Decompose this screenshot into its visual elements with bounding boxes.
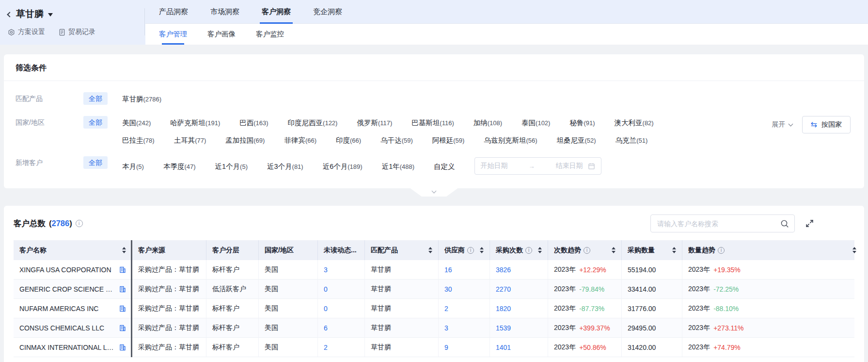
column-header-客户分层[interactable]: 客户分层	[206, 240, 259, 260]
customer-search-box[interactable]	[650, 214, 795, 232]
info-icon[interactable]: i	[76, 220, 83, 227]
filter-tag-近1个月[interactable]: 近1个月(5)	[215, 162, 248, 171]
company-icon[interactable]	[119, 266, 126, 273]
purchase-times-link[interactable]: 1401	[496, 344, 511, 351]
suppliers-count-link[interactable]: 3	[444, 324, 448, 332]
filter-tag-土耳其[interactable]: 土耳其(77)	[174, 136, 206, 145]
info-icon[interactable]: i	[525, 247, 532, 254]
suppliers-count-link[interactable]: 30	[444, 285, 452, 293]
new-customer-all-chip[interactable]: 全部	[83, 156, 108, 169]
purchase-times-cell: 1820	[490, 299, 548, 318]
main-tab-产品洞察[interactable]: 产品洞察	[159, 0, 188, 23]
sort-toggle[interactable]	[608, 247, 615, 253]
purchase-times-link[interactable]: 1539	[496, 324, 511, 332]
unread-count-link[interactable]: 6	[324, 324, 328, 332]
date-range-picker[interactable]: 开始日期→结束日期	[474, 157, 601, 175]
purchase-times-link[interactable]: 1820	[496, 305, 511, 313]
sort-toggle[interactable]	[849, 247, 856, 253]
filter-tag-本月[interactable]: 本月(5)	[122, 162, 144, 171]
unread-count-link[interactable]: 2	[324, 344, 328, 351]
filter-tag-草甘膦[interactable]: 草甘膦(2786)	[122, 95, 161, 104]
suppliers-count-link[interactable]: 2	[444, 305, 448, 313]
filter-tag-泰国[interactable]: 泰国(102)	[521, 118, 550, 128]
unread-count-link[interactable]: 0	[324, 285, 328, 293]
header-action-方案设置[interactable]: 方案设置	[8, 28, 45, 36]
expand-toggle[interactable]: 展开	[772, 120, 792, 129]
column-header-客户名称[interactable]: 客户名称	[14, 240, 132, 260]
filter-tag-坦桑尼亚[interactable]: 坦桑尼亚(52)	[557, 136, 596, 145]
customer-name[interactable]: CONSUS CHEMICALS LLC	[19, 324, 104, 332]
back-icon[interactable]	[7, 12, 12, 17]
customer-name[interactable]: NUFARM AMERICAS INC	[19, 305, 98, 313]
sort-toggle[interactable]	[534, 247, 542, 253]
header-action-贸易记录[interactable]: 贸易记录	[59, 28, 95, 36]
customer-name[interactable]: XINGFA USA CORPORATION	[19, 266, 111, 274]
filter-tag-近3个月[interactable]: 近3个月(81)	[267, 162, 303, 171]
suppliers-count-link[interactable]: 9	[444, 344, 448, 351]
filter-tag-秘鲁[interactable]: 秘鲁(91)	[569, 118, 595, 128]
filter-tag-巴拉圭[interactable]: 巴拉圭(78)	[122, 136, 155, 145]
filter-tag-澳大利亚[interactable]: 澳大利亚(82)	[615, 118, 654, 128]
sub-tab-客户画像[interactable]: 客户画像	[207, 24, 236, 45]
collapse-filters-tab[interactable]	[410, 188, 458, 197]
customer-search-input[interactable]	[656, 219, 780, 228]
company-icon[interactable]	[119, 305, 126, 312]
sub-tab-客户管理[interactable]: 客户管理	[159, 24, 187, 45]
main-tab-竞企洞察[interactable]: 竞企洞察	[313, 0, 342, 23]
column-header-未读动态...[interactable]: 未读动态...	[318, 240, 365, 260]
column-header-数量趋势[interactable]: 数量趋势i	[682, 240, 862, 260]
column-header-匹配产品[interactable]: 匹配产品	[365, 240, 439, 260]
filter-tag-加纳[interactable]: 加纳(108)	[473, 118, 502, 128]
filter-tag-印度尼西亚[interactable]: 印度尼西亚(122)	[288, 118, 338, 128]
custom-date-tag[interactable]: 自定义	[434, 162, 455, 171]
filter-tag-乌克兰[interactable]: 乌克兰(51)	[615, 136, 648, 145]
customer-name[interactable]: CINMAX INTERNATIONAL LLC	[19, 344, 115, 351]
company-icon[interactable]	[119, 344, 126, 351]
purchase-times-link[interactable]: 3826	[496, 266, 511, 274]
country-all-chip[interactable]: 全部	[83, 116, 108, 129]
column-header-客户来源[interactable]: 客户来源	[132, 240, 206, 260]
column-header-采购数量[interactable]: 采购数量	[622, 240, 682, 260]
product-dropdown-caret-icon[interactable]	[48, 13, 53, 16]
filter-tag-乌干达[interactable]: 乌干达(59)	[380, 136, 413, 145]
company-icon[interactable]	[119, 286, 126, 293]
filter-tag-巴基斯坦[interactable]: 巴基斯坦(116)	[411, 118, 454, 128]
filter-tag-近1年[interactable]: 近1年(488)	[382, 162, 414, 171]
filter-tag-哈萨克斯坦[interactable]: 哈萨克斯坦(191)	[170, 118, 220, 128]
filter-tag-美国[interactable]: 美国(242)	[122, 118, 151, 128]
fixed-column-scrollbar[interactable]	[131, 240, 132, 357]
info-icon[interactable]: i	[584, 247, 590, 254]
filter-tag-印度[interactable]: 印度(66)	[336, 136, 361, 145]
product-all-chip[interactable]: 全部	[83, 92, 108, 105]
filter-tag-阿根廷[interactable]: 阿根廷(59)	[432, 136, 465, 145]
sort-toggle[interactable]	[476, 247, 484, 253]
company-icon[interactable]	[119, 325, 126, 331]
sort-toggle[interactable]	[425, 247, 432, 253]
unread-count-link[interactable]: 0	[324, 305, 328, 313]
sort-toggle[interactable]	[118, 247, 126, 253]
filter-tag-孟加拉国[interactable]: 孟加拉国(69)	[225, 136, 265, 145]
unread-count-link[interactable]: 3	[324, 266, 328, 274]
info-icon[interactable]: i	[718, 247, 725, 254]
column-header-供应商[interactable]: 供应商i	[439, 240, 490, 260]
filter-tag-菲律宾[interactable]: 菲律宾(66)	[284, 136, 316, 145]
main-tab-客户洞察[interactable]: 客户洞察	[262, 0, 291, 23]
purchase-times-link[interactable]: 2270	[496, 285, 511, 293]
filter-tag-本季度[interactable]: 本季度(47)	[163, 162, 196, 171]
search-icon[interactable]	[780, 219, 789, 228]
filter-tag-乌兹别克斯坦[interactable]: 乌兹别克斯坦(56)	[484, 136, 537, 145]
fullscreen-expand-icon[interactable]	[805, 219, 814, 228]
by-country-button[interactable]: ⇆ 按国家	[802, 116, 851, 133]
customer-name[interactable]: GENERIC CROP SCIENCE LLC	[19, 285, 115, 293]
filter-tag-俄罗斯[interactable]: 俄罗斯(117)	[357, 118, 392, 128]
sub-tab-客户监控[interactable]: 客户监控	[256, 24, 284, 45]
suppliers-count-link[interactable]: 16	[444, 266, 452, 274]
filter-tag-近6个月[interactable]: 近6个月(189)	[323, 162, 363, 171]
main-tab-市场洞察[interactable]: 市场洞察	[210, 0, 239, 23]
info-icon[interactable]: i	[467, 247, 474, 254]
column-header-采购次数[interactable]: 采购次数i	[490, 240, 548, 260]
column-header-次数趋势[interactable]: 次数趋势i	[548, 240, 622, 260]
filter-tag-巴西[interactable]: 巴西(163)	[239, 118, 268, 128]
column-header-国家/地区[interactable]: 国家/地区	[259, 240, 318, 260]
sort-toggle[interactable]	[668, 247, 676, 253]
